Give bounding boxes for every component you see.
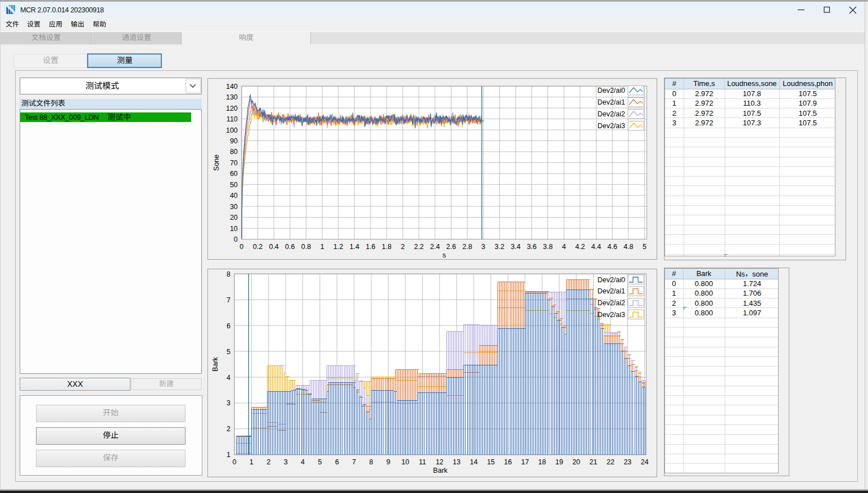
svg-text:1.8: 1.8 xyxy=(382,243,391,251)
svg-text:2.8: 2.8 xyxy=(462,243,472,251)
svg-text:2: 2 xyxy=(227,425,230,433)
svg-text:0: 0 xyxy=(234,236,238,243)
svg-text:Sone: Sone xyxy=(213,155,220,171)
svg-text:6: 6 xyxy=(335,458,339,466)
svg-text:3: 3 xyxy=(284,458,288,466)
svg-text:7: 7 xyxy=(227,296,230,304)
svg-text:Dev2/ai2: Dev2/ai2 xyxy=(598,110,625,118)
svg-text:Dev2/ai3: Dev2/ai3 xyxy=(598,122,625,130)
svg-text:0.2: 0.2 xyxy=(253,243,263,251)
svg-text:16: 16 xyxy=(504,458,512,466)
svg-text:2: 2 xyxy=(266,458,270,466)
svg-text:2.2: 2.2 xyxy=(414,243,423,251)
svg-text:5: 5 xyxy=(318,458,322,466)
svg-text:140: 140 xyxy=(226,83,238,91)
svg-text:Dev2/ai1: Dev2/ai1 xyxy=(598,98,625,106)
svg-text:80: 80 xyxy=(230,148,238,156)
svg-text:3.2: 3.2 xyxy=(495,243,504,251)
svg-text:0.6: 0.6 xyxy=(285,243,295,251)
svg-text:4: 4 xyxy=(301,458,305,466)
svg-text:24: 24 xyxy=(641,458,649,466)
svg-text:1.2: 1.2 xyxy=(333,243,343,251)
svg-text:Bark: Bark xyxy=(433,467,447,474)
svg-text:Bark: Bark xyxy=(211,356,219,371)
svg-text:110: 110 xyxy=(227,115,238,123)
svg-text:Dev2/ai3: Dev2/ai3 xyxy=(598,311,625,319)
svg-text:3.4: 3.4 xyxy=(510,243,520,251)
svg-text:70: 70 xyxy=(230,159,238,167)
svg-text:20: 20 xyxy=(572,458,580,466)
svg-text:20: 20 xyxy=(230,214,238,221)
svg-text:1: 1 xyxy=(320,243,324,251)
svg-text:Dev2/ai0: Dev2/ai0 xyxy=(598,276,625,284)
svg-text:2.6: 2.6 xyxy=(446,243,456,251)
svg-text:21: 21 xyxy=(590,458,598,466)
svg-text:1.6: 1.6 xyxy=(365,243,375,251)
svg-text:13: 13 xyxy=(453,458,460,466)
svg-text:40: 40 xyxy=(230,192,238,200)
svg-text:90: 90 xyxy=(230,137,238,145)
svg-text:4.2: 4.2 xyxy=(575,243,585,251)
svg-text:14: 14 xyxy=(470,458,478,466)
svg-text:2: 2 xyxy=(401,243,405,251)
svg-text:10: 10 xyxy=(230,225,238,233)
svg-text:0.4: 0.4 xyxy=(269,243,278,251)
svg-text:Dev2/ai0: Dev2/ai0 xyxy=(598,87,625,94)
svg-text:2.4: 2.4 xyxy=(430,243,440,251)
svg-text:Dev2/ai1: Dev2/ai1 xyxy=(598,287,625,295)
svg-text:7: 7 xyxy=(352,458,356,466)
svg-text:11: 11 xyxy=(419,458,426,466)
svg-text:22: 22 xyxy=(607,458,614,466)
svg-text:60: 60 xyxy=(230,170,238,178)
svg-text:30: 30 xyxy=(230,203,238,211)
svg-text:10: 10 xyxy=(401,458,409,466)
svg-text:100: 100 xyxy=(226,126,238,134)
svg-text:1.4: 1.4 xyxy=(350,243,359,251)
svg-text:50: 50 xyxy=(230,181,238,189)
svg-text:9: 9 xyxy=(386,458,390,466)
svg-text:5: 5 xyxy=(227,348,230,356)
svg-text:19: 19 xyxy=(555,458,563,466)
svg-text:18: 18 xyxy=(538,458,546,466)
svg-text:4.4: 4.4 xyxy=(591,243,601,251)
svg-text:6: 6 xyxy=(227,322,230,330)
svg-text:3.6: 3.6 xyxy=(527,243,536,251)
svg-text:5: 5 xyxy=(643,243,647,251)
svg-text:4.6: 4.6 xyxy=(607,243,617,251)
svg-text:1: 1 xyxy=(250,458,254,466)
svg-text:23: 23 xyxy=(623,458,631,466)
svg-text:8: 8 xyxy=(369,458,373,466)
svg-text:4: 4 xyxy=(227,374,230,382)
svg-text:17: 17 xyxy=(521,458,529,466)
svg-text:130: 130 xyxy=(226,93,238,101)
svg-text:Dev2/ai2: Dev2/ai2 xyxy=(598,299,625,307)
svg-text:12: 12 xyxy=(436,458,444,466)
svg-text:15: 15 xyxy=(487,458,495,466)
svg-text:0.8: 0.8 xyxy=(301,243,311,251)
svg-text:3.8: 3.8 xyxy=(543,243,553,251)
svg-text:1: 1 xyxy=(227,451,230,459)
svg-text:4: 4 xyxy=(562,243,566,251)
svg-text:120: 120 xyxy=(226,105,238,112)
svg-text:0: 0 xyxy=(232,458,236,466)
svg-text:0: 0 xyxy=(239,243,243,251)
svg-text:3: 3 xyxy=(481,243,485,251)
svg-text:s: s xyxy=(442,251,446,259)
svg-text:4.8: 4.8 xyxy=(623,243,633,251)
svg-text:8: 8 xyxy=(227,270,230,278)
svg-text:3: 3 xyxy=(227,399,230,407)
